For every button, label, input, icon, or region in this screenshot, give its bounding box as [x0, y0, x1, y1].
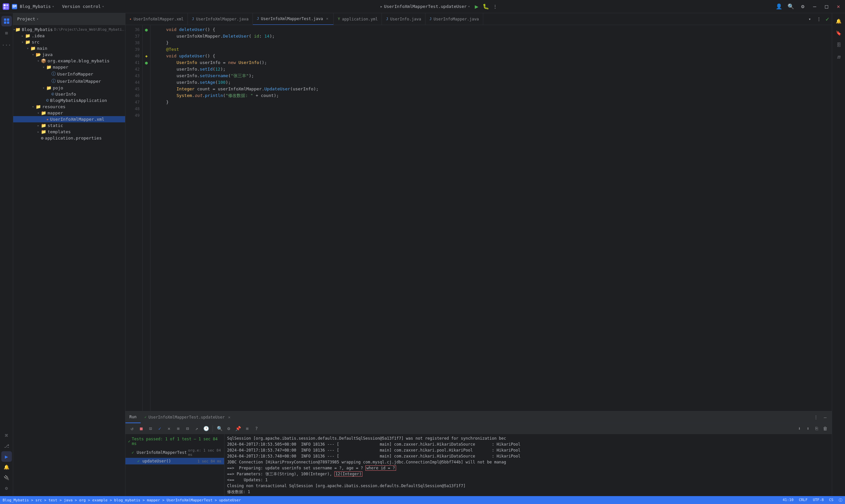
tree-item-mapper-folder[interactable]: 📁 mapper	[13, 64, 125, 70]
bottom-tab-close-icon[interactable]: ✕	[228, 415, 230, 419]
status-line-ending[interactable]: CRLF	[799, 498, 808, 503]
bottom-tab-config[interactable]: ✓ UserInfoXmlMapperTest.updateUser ✕	[141, 411, 234, 423]
sidebar-icon-bookmarks[interactable]: ⊞	[1, 28, 12, 38]
clock-button[interactable]: 🕐	[202, 425, 210, 432]
tree-item-mapper-resources[interactable]: 📁 mapper	[13, 110, 125, 116]
tab-close-test[interactable]: ✕	[325, 17, 330, 21]
code-editor[interactable]: 36 37 38 39 40 41 42 43 44 45 46 47 48 4…	[125, 25, 832, 411]
show-failed-button[interactable]: ✕	[165, 425, 173, 432]
sidebar-icon-plugins[interactable]: 🔌	[1, 472, 12, 483]
version-control[interactable]: Version control	[62, 4, 104, 9]
tab-userinfomapper-java[interactable]: J UserInfoMapper.java	[425, 13, 483, 25]
run-button[interactable]: ▶	[473, 3, 480, 11]
sidebar-icon-settings-bottom[interactable]: ⚙	[1, 483, 12, 493]
test-case-item[interactable]: ✓ updateUser() 1 sec 84 ms	[125, 458, 224, 464]
tab-label-java3: UserInfo.java	[390, 17, 421, 21]
tree-label-mapper: mapper	[53, 65, 68, 70]
rerun-button[interactable]: ↺	[128, 425, 136, 432]
tree-label-mapper-resources: mapper	[48, 110, 63, 115]
debug-button[interactable]: 🐛	[482, 3, 490, 11]
tree-arrow-static	[36, 124, 41, 127]
sidebar-icon-project[interactable]	[1, 16, 12, 26]
more-run-button[interactable]: ⋮	[491, 3, 499, 11]
help-button[interactable]: ?	[252, 425, 261, 432]
sidebar-icon-terminal[interactable]: ⌘	[1, 430, 12, 441]
tree-item-idea[interactable]: 📁 .idea	[13, 33, 125, 39]
tab-more-button[interactable]: ⋮	[815, 15, 823, 23]
maximize-button[interactable]: □	[823, 3, 830, 11]
class-icon-blogapp: ©	[46, 98, 49, 103]
svg-rect-7	[7, 21, 9, 24]
right-icon-database[interactable]: 🗄	[833, 40, 844, 50]
tree-item-userinfoxmlmapper[interactable]: ⓘ UserInfoXmlMapper	[13, 77, 125, 85]
test-check-icon: ✓	[137, 459, 140, 464]
tree-item-templates[interactable]: 📁 templates	[13, 129, 125, 135]
tree-item-userinfomapper[interactable]: ⓘ UserInfoMapper	[13, 70, 125, 77]
sidebar-icon-run-debug[interactable]: ▶	[1, 451, 12, 462]
xml-icon-userinfoxmlmapper: ✦	[46, 117, 49, 122]
find-button[interactable]: 🔍	[215, 425, 224, 432]
console-line-8: Closing non transactional SqlSession [or…	[227, 483, 829, 489]
tree-item-static[interactable]: 📁 static	[13, 122, 125, 129]
tree-item-userinfoxmlmapper-xml[interactable]: ✦ UserInfoXmlMapper.xml	[13, 116, 125, 122]
tab-userinfo-java[interactable]: J UserInfo.java	[382, 13, 425, 25]
close-button[interactable]: ✕	[834, 3, 842, 11]
scroll-button[interactable]: ≡	[243, 425, 251, 432]
tab-userinfoxmlmapper-xml[interactable]: ✦ UserInfoXmlMapper.xml	[125, 13, 188, 25]
bottom-tab-run[interactable]: Run	[125, 411, 141, 423]
bottom-more-icon[interactable]: ⋮	[812, 413, 820, 421]
tree-item-java[interactable]: 📂 java	[13, 52, 125, 58]
tree-label-userinfomapper: UserInfoMapper	[57, 72, 93, 76]
svg-rect-5	[7, 18, 9, 21]
bottom-minimize-icon[interactable]: —	[821, 413, 829, 421]
project-name[interactable]: BM Blog_Mybatis	[12, 4, 54, 9]
minimize-button[interactable]: —	[811, 3, 818, 11]
stop-button[interactable]: ■	[137, 425, 145, 432]
sidebar-icon-more[interactable]: ···	[1, 40, 12, 50]
clear-console-btn[interactable]: 🗑	[821, 425, 829, 432]
sidebar-icon-git[interactable]: ⎇	[1, 441, 12, 451]
sidebar-icons: ⊞ ··· ⌘ ⎇ ▶ 🔔 🔌 ⚙	[0, 13, 13, 496]
tests-passed-icon: ✓	[128, 439, 130, 444]
top-bar-left: BM Blog_Mybatis Version control	[3, 3, 104, 10]
tree-item-package[interactable]: 📦 org.example.blog_mybatis	[13, 58, 125, 64]
test-suite-item[interactable]: ✓ UserInfoXmlMapperTest org.e: 1 sec 84 …	[125, 447, 224, 458]
status-encoding[interactable]: UTF-8	[813, 498, 824, 503]
restore-button[interactable]: ⊡	[146, 425, 155, 432]
tree-item-appprops[interactable]: ⚙ application.properties	[13, 135, 125, 141]
right-icon-notifications[interactable]: 🔔	[833, 16, 844, 26]
tree-item-blogapp[interactable]: © BlogMybatisApplication	[13, 97, 125, 104]
pin-button[interactable]: 📌	[234, 425, 242, 432]
sidebar-icon-notifications[interactable]: 🔔	[1, 462, 12, 472]
settings-icon[interactable]: ⚙	[799, 3, 807, 11]
tree-item-resources[interactable]: 📁 resources	[13, 104, 125, 110]
right-icon-bookmark[interactable]: 🔖	[833, 28, 844, 38]
console-line-1: 2024-04-20T17:18:53.505+08:00 INFO 18136…	[227, 441, 829, 447]
settings-run-button[interactable]: ⚙	[225, 425, 233, 432]
scroll-up-btn[interactable]: ⬆	[804, 425, 812, 432]
tab-userinfoxmlmapper-java[interactable]: J UserInfoXmlMapper.java	[188, 13, 253, 25]
tree-item-main[interactable]: 📁 main	[13, 45, 125, 52]
filter-button[interactable]: ⊟	[183, 425, 191, 432]
export-button[interactable]: ↗	[193, 425, 201, 432]
run-config[interactable]: ▸ UserInfoXmlMapperTest.updateUser	[380, 4, 470, 9]
console-panel: SqlSession [org.apache.ibatis.session.de…	[225, 434, 832, 496]
project-panel-title: Project	[17, 17, 35, 21]
tree-item-userinfo[interactable]: © UserInfo	[13, 91, 125, 97]
tab-userinfoxmlmappertest-java[interactable]: J UserInfoXmlMapperTest.java ✕	[253, 13, 334, 25]
right-icon-maven[interactable]: m	[833, 52, 844, 62]
scroll-down-btn[interactable]: ⬇	[795, 425, 804, 432]
tree-item-root[interactable]: 📁 Blog_Mybatis D:\Project\Java_Web\Blog_…	[13, 26, 125, 33]
status-position[interactable]: 41:10	[782, 498, 793, 503]
show-passed-button[interactable]: ✓	[156, 425, 164, 432]
tab-application-yml[interactable]: Y application.yml	[334, 13, 382, 25]
copy-console-btn[interactable]: ⎘	[813, 425, 821, 432]
tree-item-src[interactable]: 📁 src	[13, 39, 125, 45]
tab-recent-button[interactable]: ▾	[806, 15, 814, 23]
package-icon: 📦	[41, 58, 46, 63]
sort-button[interactable]: ≡	[174, 425, 182, 432]
tree-item-pojo[interactable]: 📁 pojo	[13, 85, 125, 91]
profile-icon[interactable]: 👤	[775, 3, 783, 11]
class-icon-userinfo: ©	[52, 92, 54, 97]
search-icon[interactable]: 🔍	[787, 3, 795, 11]
